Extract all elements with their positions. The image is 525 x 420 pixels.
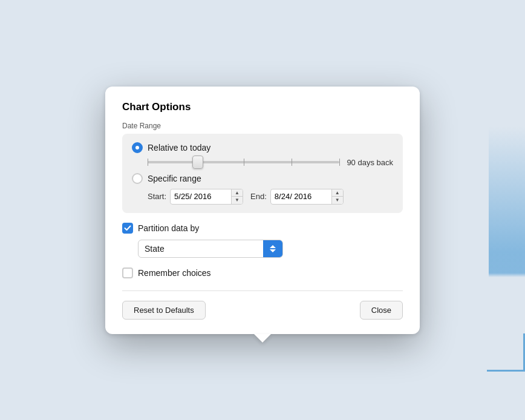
end-date-group: End: ▲ ▼ — [250, 189, 344, 205]
start-date-input-wrap: ▲ ▼ — [170, 189, 243, 205]
end-date-input[interactable] — [271, 189, 331, 203]
date-range-box: Relative to today 90 days back Specific … — [122, 134, 403, 213]
chevron-down-icon — [270, 249, 276, 252]
end-date-stepper: ▲ ▼ — [331, 189, 343, 204]
start-date-down-button[interactable]: ▼ — [232, 197, 243, 204]
specific-radio-button[interactable] — [132, 173, 143, 184]
close-button[interactable]: Close — [360, 301, 403, 320]
specific-radio-label: Specific range — [148, 174, 201, 183]
relative-radio-label: Relative to today — [148, 143, 210, 153]
partition-row: Partition data by — [122, 223, 403, 234]
specific-radio-row: Specific range — [132, 173, 393, 184]
end-date-input-wrap: ▲ ▼ — [270, 189, 344, 205]
state-dropdown-arrow-button[interactable] — [263, 240, 282, 258]
date-inputs-row: Start: ▲ ▼ End: ▲ ▼ — [148, 189, 393, 205]
start-date-group: Start: ▲ ▼ — [148, 189, 243, 205]
dialog-title: Chart Options — [122, 101, 403, 113]
divider — [122, 290, 403, 291]
start-date-up-button[interactable]: ▲ — [232, 189, 243, 197]
remember-row: Remember choices — [122, 267, 403, 278]
state-dropdown-value: State — [139, 244, 263, 254]
checkmark-icon — [124, 225, 131, 231]
end-date-down-button[interactable]: ▼ — [332, 197, 343, 204]
end-date-up-button[interactable]: ▲ — [332, 189, 343, 197]
relative-radio-row: Relative to today — [132, 142, 393, 153]
slider-track[interactable] — [148, 161, 339, 163]
end-label: End: — [250, 192, 267, 201]
slider-row: 90 days back — [148, 158, 393, 167]
state-dropdown-wrap: State — [138, 240, 403, 258]
partition-label: Partition data by — [138, 223, 199, 233]
slider-thumb[interactable] — [192, 156, 203, 169]
start-date-input[interactable] — [171, 189, 231, 203]
partition-checkbox[interactable] — [122, 223, 133, 234]
chart-options-dialog: Chart Options Date Range Relative to tod… — [105, 87, 420, 334]
button-row: Reset to Defaults Close — [122, 301, 403, 320]
reset-button[interactable]: Reset to Defaults — [122, 301, 206, 320]
relative-radio-button[interactable] — [132, 142, 143, 153]
date-range-label: Date Range — [122, 122, 403, 130]
start-date-stepper: ▲ ▼ — [231, 189, 243, 204]
slider-value-label: 90 days back — [347, 158, 393, 167]
start-label: Start: — [148, 192, 166, 201]
remember-label: Remember choices — [138, 268, 211, 278]
state-dropdown[interactable]: State — [138, 240, 283, 258]
remember-checkbox[interactable] — [122, 267, 133, 278]
chevron-up-icon — [270, 245, 276, 248]
